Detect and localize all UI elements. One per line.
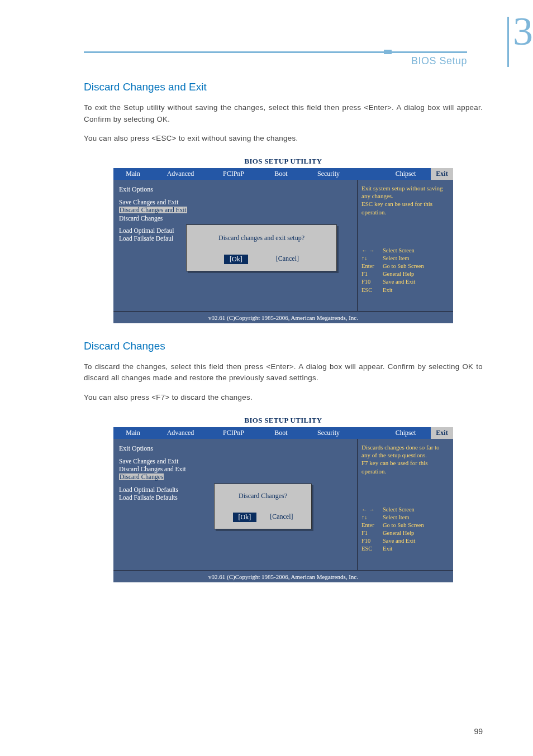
paragraph: You can also press <F7> to discard the c…: [84, 392, 483, 404]
dialog-title: Discard changes and exit setup?: [192, 234, 331, 242]
menu-main[interactable]: Main: [113, 168, 153, 180]
exit-options-header: Exit Options: [119, 443, 351, 457]
nav-val: Exit: [383, 545, 393, 553]
nav-val: Go to Sub Screen: [383, 521, 424, 529]
paragraph: You can also press <ESC> to exit without…: [84, 133, 483, 145]
section-label-text: BIOS Setup: [84, 55, 467, 67]
menu-advanced[interactable]: Advanced: [153, 427, 208, 439]
nav-val: Exit: [383, 286, 393, 294]
chapter-badge: 3: [507, 11, 533, 51]
exit-item-save-exit[interactable]: Save Changes and Exit: [119, 457, 351, 465]
page-number: 99: [474, 727, 483, 736]
heading-discard-exit: Discard Changes and Exit: [84, 81, 483, 93]
exit-options-header: Exit Options: [119, 184, 351, 198]
nav-key: ↑↓: [361, 514, 383, 521]
menu-exit[interactable]: Exit: [431, 427, 453, 439]
page-content: Discard Changes and Exit To exit the Set…: [84, 81, 483, 599]
nav-key: F1: [361, 270, 383, 278]
chapter-number: 3: [507, 11, 533, 51]
dialog-title: Discard Changes?: [220, 492, 306, 500]
help-text: Exit system setup without saving any cha…: [361, 184, 450, 216]
menu-boot[interactable]: Boot: [259, 168, 303, 180]
nav-val: Go to Sub Screen: [383, 262, 424, 270]
nav-val: General Help: [383, 270, 414, 278]
nav-legend: ← →Select Screen ↑↓Select Item EnterGo t…: [361, 247, 450, 294]
bios-left-pane: Exit Options Save Changes and Exit Disca…: [113, 180, 358, 311]
ok-button[interactable]: [Ok]: [233, 513, 257, 522]
menu-security[interactable]: Security: [303, 427, 354, 439]
menu-spacer: [354, 168, 380, 180]
nav-key: ↑↓: [361, 255, 383, 262]
exit-item-discard[interactable]: Discard Changes: [119, 214, 351, 222]
nav-val: Select Item: [383, 255, 410, 262]
nav-key: ← →: [361, 506, 383, 514]
nav-val: Save and Exit: [383, 537, 415, 545]
menu-main[interactable]: Main: [113, 427, 153, 439]
bios-footer: v02.61 (C)Copyright 1985-2006, American …: [113, 570, 453, 582]
menu-pcipnp[interactable]: PCIPnP: [208, 168, 259, 180]
nav-key: F10: [361, 278, 383, 286]
exit-item-discard-exit[interactable]: Discard Changes and Exit: [119, 207, 187, 213]
nav-key: ← →: [361, 247, 383, 255]
bios-left-pane: Exit Options Save Changes and Exit Disca…: [113, 439, 358, 570]
bios-screenshot-2: BIOS SETUP UTILITY Main Advanced PCIPnP …: [113, 414, 453, 582]
heading-discard: Discard Changes: [84, 340, 483, 352]
menu-chipset[interactable]: Chipset: [380, 427, 431, 439]
menu-pcipnp[interactable]: PCIPnP: [208, 427, 259, 439]
header-tick: [384, 50, 392, 54]
exit-item-discard-exit[interactable]: Discard Changes and Exit: [119, 465, 351, 473]
nav-key: Enter: [361, 262, 383, 270]
section-header: BIOS Setup: [84, 51, 467, 69]
menu-exit[interactable]: Exit: [431, 168, 453, 180]
bios-body: Exit Options Save Changes and Exit Disca…: [113, 439, 453, 570]
nav-key: ESC: [361, 286, 383, 294]
exit-item-save-exit[interactable]: Save Changes and Exit: [119, 198, 351, 206]
menu-spacer: [354, 427, 380, 439]
nav-val: Select Screen: [383, 506, 415, 514]
bios-body: Exit Options Save Changes and Exit Disca…: [113, 180, 453, 311]
bios-menu-bar: Main Advanced PCIPnP Boot Security Chips…: [113, 168, 453, 180]
nav-legend: ← →Select Screen ↑↓Select Item EnterGo t…: [361, 506, 450, 553]
nav-key: F1: [361, 529, 383, 537]
bios-footer: v02.61 (C)Copyright 1985-2006, American …: [113, 311, 453, 323]
bios-help-pane: Exit system setup without saving any cha…: [358, 180, 453, 311]
exit-item-discard[interactable]: Discard Changes: [119, 473, 164, 480]
bios-dialog: Discard changes and exit setup? [Ok] [Ca…: [186, 224, 337, 271]
bios-title: BIOS SETUP UTILITY: [113, 155, 453, 168]
ok-button[interactable]: [Ok]: [224, 255, 248, 264]
nav-val: Select Item: [383, 514, 410, 521]
menu-chipset[interactable]: Chipset: [380, 168, 431, 180]
nav-val: Select Screen: [383, 247, 415, 255]
nav-key: ESC: [361, 545, 383, 553]
nav-key: Enter: [361, 521, 383, 529]
menu-security[interactable]: Security: [303, 168, 354, 180]
nav-val: Save and Exit: [383, 278, 415, 286]
dialog-buttons: [Ok] [Cancel]: [192, 255, 331, 264]
bios-screenshot-1: BIOS SETUP UTILITY Main Advanced PCIPnP …: [113, 155, 453, 323]
paragraph: To discard the changes, select this fiel…: [84, 361, 483, 384]
menu-advanced[interactable]: Advanced: [153, 168, 208, 180]
bios-menu-bar: Main Advanced PCIPnP Boot Security Chips…: [113, 427, 453, 439]
nav-key: F10: [361, 537, 383, 545]
paragraph: To exit the Setup utility without saving…: [84, 102, 483, 125]
cancel-button[interactable]: [Cancel]: [276, 255, 299, 264]
bios-title: BIOS SETUP UTILITY: [113, 414, 453, 427]
help-text: Discards changes done so far to any of t…: [361, 443, 450, 475]
nav-val: General Help: [383, 529, 414, 537]
bios-help-pane: Discards changes done so far to any of t…: [358, 439, 453, 570]
menu-boot[interactable]: Boot: [259, 427, 303, 439]
dialog-buttons: [Ok] [Cancel]: [220, 513, 306, 522]
chapter-bar: [507, 17, 509, 67]
bios-dialog: Discard Changes? [Ok] [Cancel]: [214, 484, 312, 529]
cancel-button[interactable]: [Cancel]: [270, 513, 293, 522]
